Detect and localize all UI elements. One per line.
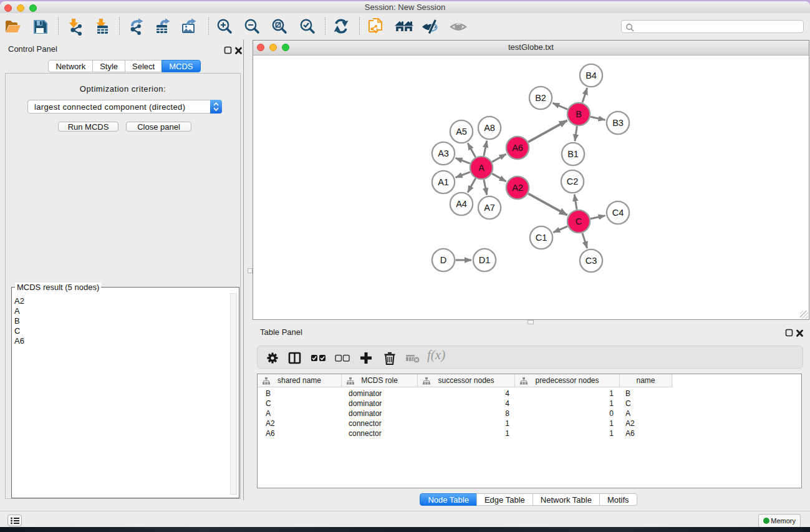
svg-text:C2: C2 xyxy=(567,177,579,186)
svg-text:A6: A6 xyxy=(512,143,523,153)
svg-text:D1: D1 xyxy=(479,255,491,265)
svg-text:B2: B2 xyxy=(535,93,546,103)
svg-text:A4: A4 xyxy=(456,199,467,209)
svg-text:A: A xyxy=(478,163,485,173)
svg-text:C1: C1 xyxy=(536,233,547,243)
svg-text:B3: B3 xyxy=(612,118,624,128)
svg-text:C4: C4 xyxy=(612,208,624,218)
svg-text:B: B xyxy=(576,109,582,119)
svg-text:A8: A8 xyxy=(484,123,495,133)
svg-text:A2: A2 xyxy=(512,183,523,193)
svg-text:D: D xyxy=(440,255,446,265)
svg-text:C3: C3 xyxy=(586,256,597,266)
svg-text:A3: A3 xyxy=(438,148,449,158)
svg-text:C: C xyxy=(576,216,582,226)
svg-text:B4: B4 xyxy=(586,70,597,80)
svg-text:B1: B1 xyxy=(567,149,579,159)
svg-text:A7: A7 xyxy=(484,203,495,213)
svg-text:A1: A1 xyxy=(438,177,449,187)
svg-text:A5: A5 xyxy=(456,127,467,137)
